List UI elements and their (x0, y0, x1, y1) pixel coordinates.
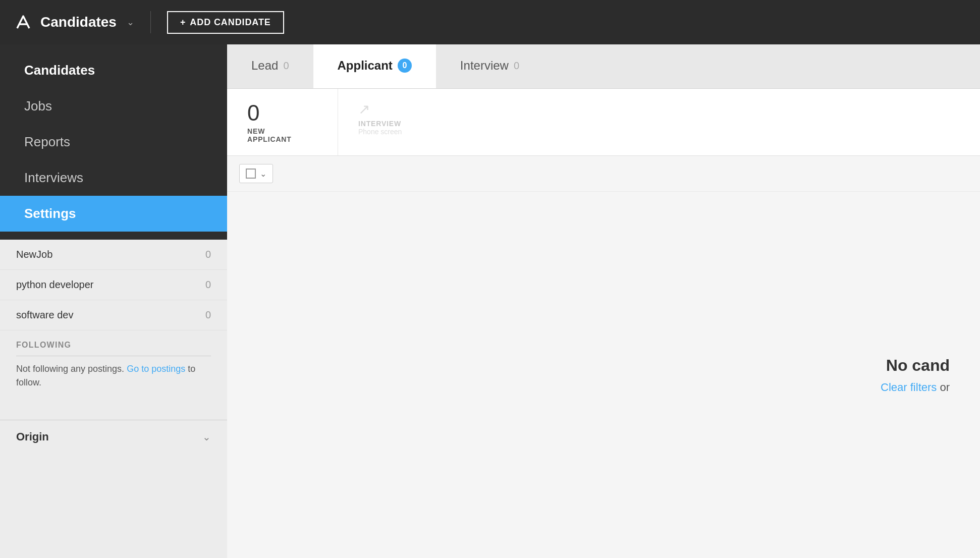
logo-area: Candidates ⌄ (12, 11, 134, 33)
interview-arrow-icon: ↗ (358, 101, 370, 118)
stage-interview[interactable]: ↗ INTERVIEW Phone screen (338, 89, 422, 155)
job-count: 0 (205, 309, 211, 321)
stage-row: 0 NEW APPLICANT ↗ INTERVIEW Phone screen (227, 89, 980, 156)
sidebar-item-settings[interactable]: Settings (0, 196, 227, 232)
app-title-dropdown[interactable]: ⌄ (127, 17, 134, 28)
top-bar: Candidates ⌄ + ADD CANDIDATE (0, 0, 980, 44)
empty-state: No cand Clear filters or (227, 192, 980, 558)
app-title: Candidates (40, 14, 117, 30)
add-icon: + (180, 17, 186, 28)
select-all-checkbox[interactable] (246, 169, 256, 179)
interview-stage-label: INTERVIEW (358, 120, 401, 128)
origin-chevron-icon: ⌄ (202, 431, 211, 443)
clear-filters-link[interactable]: Clear filters (881, 381, 937, 394)
job-item-newjob[interactable]: NewJob 0 (0, 240, 227, 270)
tab-lead-label: Lead (251, 59, 278, 73)
sidebar: Candidates Jobs Reports Interviews Setti… (0, 44, 227, 558)
job-label: NewJob (16, 249, 52, 260)
tab-applicant[interactable]: Applicant 0 (313, 44, 436, 88)
job-label: software dev (16, 309, 73, 321)
tab-interview-count: 0 (514, 60, 519, 72)
sidebar-item-jobs[interactable]: Jobs (0, 88, 227, 124)
stage-new-applicant[interactable]: 0 NEW APPLICANT (227, 89, 338, 155)
add-candidate-button[interactable]: + ADD CANDIDATE (167, 11, 284, 34)
tab-lead-count: 0 (283, 60, 289, 72)
job-item-python[interactable]: python developer 0 (0, 270, 227, 300)
or-label: or (940, 381, 950, 394)
select-all-caret-icon[interactable]: ⌄ (260, 169, 266, 179)
origin-label: Origin (16, 430, 49, 443)
stage-number: 0 (247, 101, 259, 125)
following-prefix: Not following any postings. (16, 364, 124, 374)
tab-interview[interactable]: Interview 0 (436, 44, 543, 88)
following-divider (16, 356, 211, 356)
go-to-postings-link[interactable]: Go to postings (127, 364, 185, 374)
following-section: FOLLOWING Not following any postings. Go… (0, 330, 227, 400)
tab-applicant-count: 0 (398, 59, 412, 73)
stage-label-bot: APPLICANT (247, 135, 292, 143)
job-count: 0 (205, 279, 211, 291)
job-label: python developer (16, 279, 93, 291)
topbar-divider (150, 11, 151, 33)
clear-filters-row: Clear filters or (881, 381, 950, 394)
toolbar-row: ⌄ (227, 156, 980, 192)
tab-interview-label: Interview (460, 59, 509, 73)
content-area: Lead 0 Applicant 0 Interview 0 0 NEW APP… (227, 44, 980, 558)
following-label: FOLLOWING (16, 341, 211, 350)
no-candidates-text: No cand (886, 356, 950, 375)
following-text: Not following any postings. Go to postin… (16, 362, 211, 389)
sidebar-jobs-list: NewJob 0 python developer 0 software dev… (0, 240, 227, 558)
tabs-bar: Lead 0 Applicant 0 Interview 0 (227, 44, 980, 89)
select-all-dropdown[interactable]: ⌄ (239, 164, 273, 183)
main-layout: Candidates Jobs Reports Interviews Setti… (0, 44, 980, 558)
job-count: 0 (205, 249, 211, 260)
sidebar-item-reports[interactable]: Reports (0, 124, 227, 160)
tab-applicant-label: Applicant (338, 59, 393, 73)
stage-label-top: NEW (247, 127, 265, 135)
sidebar-item-interviews[interactable]: Interviews (0, 160, 227, 196)
interview-sub-label: Phone screen (358, 128, 402, 136)
origin-header[interactable]: Origin ⌄ (16, 430, 211, 443)
origin-section: Origin ⌄ (0, 420, 227, 454)
job-item-softwaredev[interactable]: software dev 0 (0, 300, 227, 330)
add-candidate-label: ADD CANDIDATE (190, 17, 270, 28)
tab-lead[interactable]: Lead 0 (227, 44, 313, 88)
sidebar-nav: Candidates Jobs Reports Interviews Setti… (0, 44, 227, 240)
app-logo-icon (12, 11, 34, 33)
sidebar-item-candidates[interactable]: Candidates (0, 52, 227, 88)
